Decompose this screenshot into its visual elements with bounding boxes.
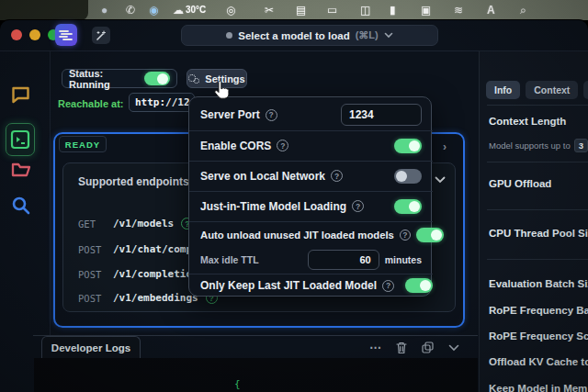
ready-status-badge: READY	[59, 136, 107, 152]
server-port-input[interactable]	[341, 104, 422, 126]
help-icon[interactable]: ?	[382, 280, 394, 292]
local-network-row: Serve on Local Network ?	[189, 162, 433, 190]
enable-cors-toggle[interactable]	[394, 139, 422, 153]
collapse-logs-chevron-icon[interactable]	[448, 344, 459, 352]
model-selector-shortcut: (⌘L)	[356, 29, 379, 41]
sidebar-item-chat[interactable]	[11, 86, 30, 107]
server-port-row: Server Port ?	[189, 101, 433, 129]
divider	[487, 162, 588, 162]
server-port-label: Server Port	[200, 108, 260, 121]
server-status-pill: Status: Running	[62, 69, 177, 88]
display-icon[interactable]: ▭	[327, 3, 337, 17]
endpoint-method: POST	[78, 293, 106, 304]
max-idle-label: Max idle TTL	[200, 254, 259, 265]
rope-frequency-base-section: RoPE Frequency Bas	[489, 305, 588, 316]
logs-output[interactable]: { "index": 0, "message": { "role": "assi…	[34, 358, 478, 392]
tab-context[interactable]: Context	[526, 81, 578, 99]
developer-logs-tab[interactable]: Developer Logs	[41, 336, 141, 358]
model-status-dot	[226, 32, 232, 39]
app-icon[interactable]: ●	[101, 3, 107, 17]
enable-cors-label: Enable CORS	[200, 140, 271, 152]
settings-popover: Server Port ? Enable CORS ? Serve on Loc…	[188, 96, 432, 297]
gpu-offload-section: GPU Offload	[489, 178, 551, 189]
auto-unload-row: Auto unload unused JIT loaded models ?	[189, 222, 433, 247]
phone-icon[interactable]: ✆	[126, 3, 135, 17]
scissors-icon[interactable]: ✂	[265, 3, 274, 17]
clipboard-icon[interactable]: ▣	[421, 3, 431, 17]
max-idle-unit: minutes	[385, 254, 422, 265]
developer-terminal-icon	[10, 129, 30, 150]
globe-icon[interactable]: ◉	[149, 3, 158, 17]
divider	[487, 259, 588, 260]
server-address-field[interactable]: http://12	[129, 93, 195, 112]
endpoint-method: POST	[78, 244, 106, 255]
help-icon[interactable]: ?	[266, 109, 277, 121]
endpoint-row: GET /v1/models ?	[78, 218, 193, 230]
copy-logs-icon[interactable]	[422, 342, 434, 353]
cpu-thread-pool-section: CPU Thread Pool Siz	[489, 228, 588, 239]
clear-logs-trash-icon[interactable]	[396, 342, 407, 354]
endpoint-path: /v1/embeddings	[113, 292, 198, 304]
help-icon[interactable]: ?	[400, 230, 411, 241]
power-icon[interactable]: ◎	[226, 3, 235, 17]
keep-last-toggle[interactable]	[405, 278, 433, 293]
window-split-icon[interactable]: ◫	[360, 3, 370, 17]
reachable-at-label: Reachable at:	[58, 98, 124, 109]
keep-last-label: Only Keep Last JIT Loaded Model	[200, 279, 377, 292]
macos-menubar: ● ✆ ◉ ☁ 30°C ◎ ✂ ▤ ▭ ◫ ▮ ▣ ≋ A ⌕	[0, 0, 588, 20]
local-network-label: Serve on Local Network	[200, 170, 325, 183]
auto-unload-label: Auto unload unused JIT loaded models	[200, 230, 394, 241]
folder-icon	[11, 162, 31, 178]
log-json-lines: { "index": 0, "message": { "role": "assi…	[234, 358, 466, 392]
wifi-icon[interactable]: ≋	[454, 3, 463, 17]
help-icon[interactable]: ?	[277, 140, 288, 151]
menubar-temperature: 30°C	[186, 5, 206, 15]
max-context-badge: 3	[574, 139, 588, 152]
context-length-section: Context Length	[489, 116, 566, 127]
magic-wand-button[interactable]	[92, 27, 110, 44]
context-length-support: Model supports up to3	[489, 136, 588, 152]
server-status-label: Status: Running	[69, 68, 144, 90]
shield-icon[interactable]: ▤	[296, 3, 306, 17]
gear-icon	[188, 73, 200, 84]
sidebar-item-discover[interactable]	[11, 196, 31, 219]
auto-unload-toggle[interactable]	[416, 228, 444, 242]
keep-last-row: Only Keep Last JIT Loaded Model ?	[189, 274, 433, 297]
inspector-tabs: Info Context In	[486, 81, 588, 99]
battery-icon[interactable]: ▮	[390, 3, 396, 17]
jit-loading-toggle[interactable]	[394, 199, 422, 214]
jit-loading-label: Just-in-Time Model Loading	[200, 200, 346, 213]
server-toggle[interactable]	[144, 72, 170, 85]
model-selector[interactable]: Select a model to load (⌘L)	[181, 25, 438, 46]
input-source-icon[interactable]: A	[487, 3, 495, 17]
logs-toolbar: ⋯	[369, 341, 459, 354]
search-icon[interactable]: ⌕	[520, 3, 526, 17]
rope-frequency-scale-section: RoPE Frequency Sca	[489, 330, 588, 342]
weather-icon[interactable]: ☁	[173, 3, 184, 17]
divider	[487, 209, 588, 210]
chat-icon	[11, 86, 30, 104]
keep-model-in-memory-section: Keep Model in Mem	[489, 383, 587, 392]
collapse-chevron-icon[interactable]	[435, 176, 446, 184]
local-network-toggle[interactable]	[394, 169, 422, 184]
tab-info[interactable]: Info	[486, 81, 520, 99]
max-idle-row: Max idle TTL minutes	[189, 247, 433, 273]
lm-studio-logo-icon	[55, 24, 77, 46]
window-titlebar: Select a model to load (⌘L)	[0, 20, 588, 51]
panel-expand-chevron-icon[interactable]: ›	[443, 140, 447, 153]
more-options-icon[interactable]: ⋯	[369, 341, 381, 354]
help-icon[interactable]: ?	[331, 170, 343, 182]
lm-studio-window: Select a model to load (⌘L) Status: Runn…	[0, 20, 588, 392]
close-window-button[interactable]	[11, 29, 22, 40]
help-icon[interactable]: ?	[352, 200, 364, 212]
divider	[487, 105, 588, 106]
max-idle-input[interactable]	[308, 250, 379, 270]
tab-inference[interactable]: In	[583, 81, 588, 99]
endpoint-method: POST	[78, 269, 106, 280]
endpoint-method: GET	[78, 218, 106, 230]
jit-loading-row: Just-in-Time Model Loading ?	[189, 192, 433, 220]
discover-search-icon	[11, 196, 31, 216]
sidebar-item-my-models[interactable]	[11, 162, 31, 182]
minimize-window-button[interactable]	[29, 29, 40, 40]
sidebar-item-developer[interactable]	[6, 123, 35, 156]
